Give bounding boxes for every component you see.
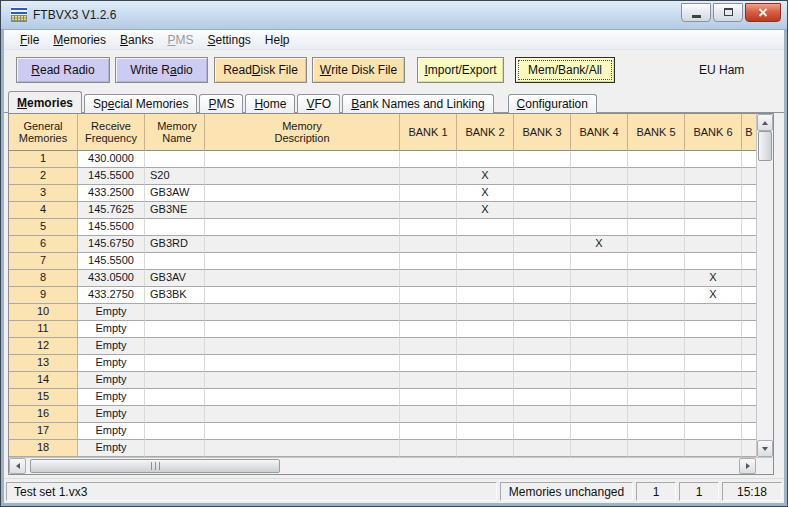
cell-bank-2[interactable]: X — [457, 202, 514, 219]
cell-bank-2[interactable] — [457, 389, 514, 406]
cell-bank-6[interactable] — [685, 168, 742, 185]
cell-bank-7[interactable] — [742, 287, 756, 304]
cell-memory-name[interactable]: GB3NE — [145, 202, 205, 219]
cell-bank-6[interactable] — [685, 440, 742, 457]
cell-memory-description[interactable] — [205, 219, 400, 236]
cell-bank-6[interactable] — [685, 236, 742, 253]
cell-bank-6[interactable] — [685, 219, 742, 236]
cell-bank-2[interactable] — [457, 321, 514, 338]
tab-bank-names-and-linking[interactable]: Bank Names and Linking — [342, 94, 493, 113]
cell-receive-frequency[interactable]: Empty — [78, 423, 145, 440]
cell-memory-description[interactable] — [205, 355, 400, 372]
scroll-right-button[interactable] — [739, 458, 756, 474]
cell-receive-frequency[interactable]: Empty — [78, 304, 145, 321]
cell-bank-1[interactable] — [400, 423, 457, 440]
cell-bank-5[interactable] — [628, 304, 685, 321]
cell-bank-2[interactable] — [457, 219, 514, 236]
cell-memory-name[interactable] — [145, 151, 205, 168]
cell-bank-2[interactable] — [457, 151, 514, 168]
horizontal-scroll-thumb[interactable] — [30, 459, 280, 473]
cell-bank-2[interactable] — [457, 423, 514, 440]
cell-bank-4[interactable] — [571, 423, 628, 440]
cell-bank-1[interactable] — [400, 304, 457, 321]
cell-bank-5[interactable] — [628, 151, 685, 168]
cell-bank-1[interactable] — [400, 406, 457, 423]
cell-bank-6[interactable] — [685, 423, 742, 440]
cell-receive-frequency[interactable]: Empty — [78, 389, 145, 406]
cell-memory-description[interactable] — [205, 151, 400, 168]
cell-memory-description[interactable] — [205, 338, 400, 355]
cell-bank-7[interactable] — [742, 338, 756, 355]
cell-bank-5[interactable] — [628, 372, 685, 389]
cell-bank-5[interactable] — [628, 219, 685, 236]
cell-bank-4[interactable] — [571, 202, 628, 219]
cell-memory-description[interactable] — [205, 304, 400, 321]
cell-bank-5[interactable] — [628, 355, 685, 372]
cell-bank-2[interactable] — [457, 287, 514, 304]
cell-bank-6[interactable]: X — [685, 270, 742, 287]
cell-bank-5[interactable] — [628, 253, 685, 270]
cell-bank-2[interactable] — [457, 355, 514, 372]
cell-memory-name[interactable]: GB3BK — [145, 287, 205, 304]
cell-bank-4[interactable] — [571, 185, 628, 202]
cell-bank-2[interactable] — [457, 270, 514, 287]
cell-bank-6[interactable] — [685, 202, 742, 219]
cell-bank-4[interactable] — [571, 321, 628, 338]
cell-bank-7[interactable] — [742, 304, 756, 321]
cell-bank-7[interactable] — [742, 355, 756, 372]
cell-bank-1[interactable] — [400, 202, 457, 219]
cell-bank-3[interactable] — [514, 304, 571, 321]
cell-memory-number[interactable]: 5 — [9, 219, 78, 236]
cell-bank-4[interactable] — [571, 151, 628, 168]
cell-bank-6[interactable] — [685, 151, 742, 168]
cell-bank-5[interactable] — [628, 440, 685, 457]
cell-bank-2[interactable] — [457, 236, 514, 253]
cell-bank-6[interactable] — [685, 253, 742, 270]
cell-bank-1[interactable] — [400, 185, 457, 202]
cell-bank-4[interactable] — [571, 355, 628, 372]
vertical-scroll-track[interactable] — [757, 161, 773, 440]
write-radio-button[interactable]: Write Radio — [115, 57, 208, 83]
cell-memory-description[interactable] — [205, 168, 400, 185]
cell-bank-3[interactable] — [514, 219, 571, 236]
cell-memory-name[interactable]: GB3RD — [145, 236, 205, 253]
cell-memory-name[interactable]: S20 — [145, 168, 205, 185]
cell-bank-4[interactable] — [571, 219, 628, 236]
cell-memory-number[interactable]: 9 — [9, 287, 78, 304]
tab-home[interactable]: Home — [245, 94, 295, 113]
cell-bank-6[interactable] — [685, 389, 742, 406]
cell-receive-frequency[interactable]: 433.2500 — [78, 185, 145, 202]
read-radio-button[interactable]: Read Radio — [16, 57, 110, 83]
cell-receive-frequency[interactable]: 145.5500 — [78, 219, 145, 236]
cell-bank-2[interactable] — [457, 304, 514, 321]
cell-receive-frequency[interactable]: Empty — [78, 440, 145, 457]
cell-bank-3[interactable] — [514, 355, 571, 372]
cell-bank-2[interactable]: X — [457, 185, 514, 202]
cell-memory-description[interactable] — [205, 423, 400, 440]
cell-memory-description[interactable] — [205, 406, 400, 423]
cell-bank-3[interactable] — [514, 185, 571, 202]
cell-memory-number[interactable]: 13 — [9, 355, 78, 372]
cell-memory-name[interactable] — [145, 406, 205, 423]
cell-bank-3[interactable] — [514, 287, 571, 304]
cell-memory-description[interactable] — [205, 321, 400, 338]
cell-memory-name[interactable] — [145, 440, 205, 457]
scroll-left-button[interactable] — [9, 458, 26, 474]
write-disk-file-button[interactable]: Write Disk File — [312, 57, 405, 83]
cell-bank-1[interactable] — [400, 355, 457, 372]
cell-receive-frequency[interactable]: 145.6750 — [78, 236, 145, 253]
cell-memory-name[interactable] — [145, 321, 205, 338]
cell-bank-5[interactable] — [628, 321, 685, 338]
cell-bank-5[interactable] — [628, 202, 685, 219]
cell-bank-6[interactable] — [685, 338, 742, 355]
menu-memories[interactable]: Memories — [46, 31, 113, 49]
menu-help[interactable]: Help — [258, 31, 297, 49]
cell-receive-frequency[interactable]: Empty — [78, 355, 145, 372]
cell-bank-3[interactable] — [514, 406, 571, 423]
cell-memory-description[interactable] — [205, 389, 400, 406]
cell-memory-description[interactable] — [205, 185, 400, 202]
cell-bank-4[interactable] — [571, 389, 628, 406]
cell-bank-4[interactable] — [571, 270, 628, 287]
cell-bank-6[interactable] — [685, 321, 742, 338]
cell-bank-1[interactable] — [400, 236, 457, 253]
